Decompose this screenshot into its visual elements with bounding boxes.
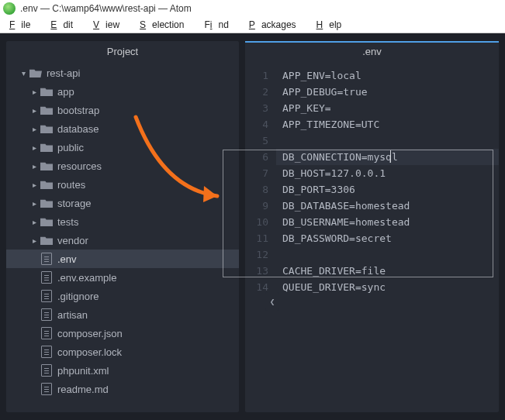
- code-line[interactable]: APP_DEBUG=true: [276, 84, 499, 100]
- tree-folder[interactable]: ▸database: [6, 119, 239, 138]
- code-line[interactable]: QUEUE_DRIVER=sync: [276, 279, 499, 295]
- window-titlebar: .env — C:\wamp64\www\rest-api — Atom: [0, 0, 505, 17]
- tree-file-label: composer.lock: [57, 346, 122, 358]
- fold-indicator-icon[interactable]: ❮: [265, 292, 279, 311]
- file-icon: [41, 290, 52, 302]
- folder-icon: [40, 87, 53, 96]
- tree-folder-label: vendor: [57, 235, 88, 246]
- tab-env[interactable]: .env: [245, 41, 499, 64]
- tree-file-label: artisan: [57, 309, 88, 321]
- folder-icon: [40, 180, 53, 189]
- code-line[interactable]: [276, 246, 499, 263]
- code-lines[interactable]: ❮ APP_ENV=localAPP_DEBUG=trueAPP_KEY=APP…: [276, 64, 499, 412]
- tree-folder[interactable]: ▸resources: [6, 157, 239, 175]
- tree-file-label: .env.example: [57, 272, 116, 284]
- tree-folder-label: bootstrap: [57, 105, 99, 116]
- folder-open-icon: [29, 68, 42, 77]
- app-window: .env — C:\wamp64\www\rest-api — Atom Fil…: [0, 0, 505, 420]
- code-line[interactable]: DB_PASSWORD=secret: [276, 230, 499, 246]
- chevron-right-icon: ▸: [29, 143, 39, 152]
- tree-file[interactable]: .env: [6, 250, 239, 268]
- menu-bar: File Edit View Selection Find Packages H…: [0, 17, 505, 33]
- tree-file-label: phpunit.xml: [57, 365, 109, 377]
- menu-edit[interactable]: Edit: [44, 18, 85, 32]
- file-tree[interactable]: ▾ rest-api ▸app▸bootstrap▸database▸publi…: [6, 64, 239, 412]
- code-line[interactable]: DB_CONNECTION=mysql: [276, 149, 499, 165]
- tree-folder-label: public: [57, 142, 84, 153]
- tree-folder[interactable]: ▸public: [6, 138, 239, 157]
- line-gutter: 1234567891011121314: [245, 64, 276, 412]
- line-number: 3: [245, 100, 276, 116]
- menu-file[interactable]: File: [3, 18, 43, 32]
- line-number: 7: [245, 165, 276, 181]
- chevron-right-icon: ▸: [29, 218, 39, 226]
- tree-file[interactable]: readme.md: [6, 380, 239, 398]
- code-line[interactable]: APP_KEY=: [276, 100, 499, 116]
- file-icon: [41, 346, 52, 358]
- folder-icon: [40, 105, 53, 115]
- code-line[interactable]: DB_DATABASE=homestead: [276, 198, 499, 214]
- tree-file-label: readme.md: [57, 384, 109, 395]
- code-line[interactable]: [276, 133, 499, 149]
- tree-file[interactable]: composer.lock: [6, 343, 239, 361]
- file-icon: [41, 271, 52, 284]
- menu-find[interactable]: Find: [198, 18, 240, 32]
- tree-folder-label: database: [57, 123, 99, 135]
- chevron-right-icon: ▸: [29, 181, 39, 189]
- tree-folder-label: storage: [57, 198, 91, 209]
- tree-file-label: .gitignore: [57, 291, 99, 302]
- file-icon: [41, 327, 52, 339]
- menu-selection[interactable]: Selection: [133, 18, 196, 32]
- folder-icon: [40, 198, 53, 208]
- line-number: 5: [245, 133, 276, 149]
- tree-file[interactable]: .gitignore: [6, 287, 239, 305]
- tree-folder[interactable]: ▸tests: [6, 212, 239, 231]
- atom-app-icon: [3, 2, 16, 15]
- code-line[interactable]: APP_TIMEZONE=UTC: [276, 116, 499, 133]
- line-number: 4: [245, 116, 276, 133]
- text-cursor: [390, 150, 391, 163]
- tree-folder[interactable]: ▸app: [6, 82, 239, 101]
- tab-bar: .env: [245, 41, 499, 64]
- tree-folder-label: app: [57, 86, 74, 98]
- file-icon: [41, 253, 52, 265]
- code-line[interactable]: DB_PORT=3306: [276, 181, 499, 198]
- tree-folder[interactable]: ▸vendor: [6, 231, 239, 250]
- file-icon: [41, 364, 52, 377]
- tree-file[interactable]: composer.json: [6, 324, 239, 343]
- code-line[interactable]: DB_HOST=127.0.0.1: [276, 165, 499, 181]
- tree-file[interactable]: phpunit.xml: [6, 361, 239, 380]
- code-line[interactable]: DB_USERNAME=homestead: [276, 214, 499, 230]
- chevron-right-icon: ▸: [29, 236, 39, 245]
- editor-panel: .env 1234567891011121314 ❮ APP_ENV=local…: [245, 41, 499, 412]
- tree-folder[interactable]: ▸routes: [6, 175, 239, 194]
- line-number: 11: [245, 230, 276, 246]
- tree-folder-label: routes: [57, 179, 85, 191]
- tree-file[interactable]: .env.example: [6, 268, 239, 287]
- folder-icon: [40, 236, 53, 245]
- line-number: 12: [245, 246, 276, 263]
- tree-file[interactable]: artisan: [6, 305, 239, 324]
- menu-view[interactable]: View: [87, 18, 132, 32]
- code-editor[interactable]: 1234567891011121314 ❮ APP_ENV=localAPP_D…: [245, 64, 499, 412]
- tree-file-label: .env: [57, 253, 77, 265]
- folder-icon: [40, 161, 53, 170]
- line-number: 13: [245, 263, 276, 279]
- chevron-right-icon: ▸: [29, 199, 39, 208]
- line-number: 9: [245, 198, 276, 214]
- tree-root-label: rest-api: [47, 67, 80, 79]
- code-line[interactable]: CACHE_DRIVER=file: [276, 263, 499, 279]
- menu-help[interactable]: Help: [310, 18, 355, 32]
- project-panel-header: Project: [6, 41, 239, 64]
- file-icon: [41, 383, 52, 395]
- menu-packages[interactable]: Packages: [243, 18, 309, 32]
- chevron-right-icon: ▸: [29, 88, 39, 96]
- tree-folder[interactable]: ▸storage: [6, 194, 239, 212]
- tree-folder-label: tests: [57, 216, 78, 228]
- line-number: 8: [245, 181, 276, 198]
- tree-folder[interactable]: ▸bootstrap: [6, 101, 239, 119]
- tree-root[interactable]: ▾ rest-api: [6, 64, 239, 82]
- code-line[interactable]: APP_ENV=local: [276, 67, 499, 84]
- chevron-right-icon: ▸: [29, 106, 39, 115]
- tab-label: .env: [362, 46, 382, 57]
